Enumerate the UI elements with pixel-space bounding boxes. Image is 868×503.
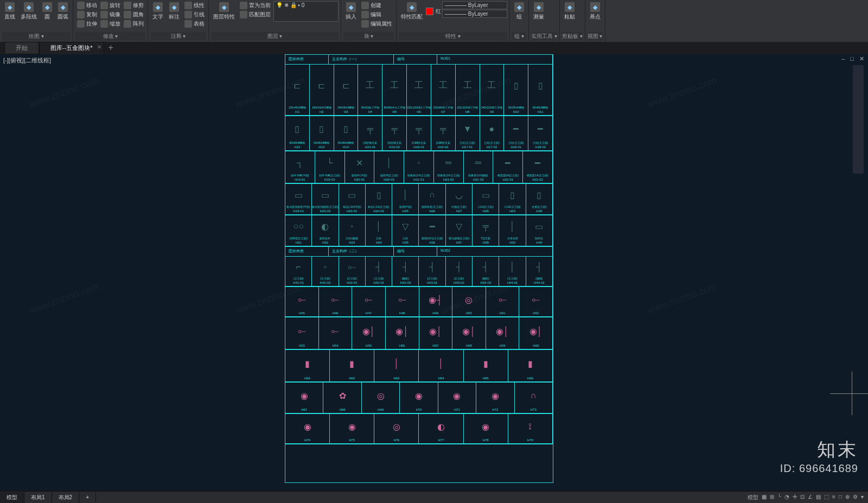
tool-拉伸[interactable]: 拉伸: [75, 20, 99, 28]
tool-图层特性[interactable]: ◆图层特性: [211, 1, 237, 22]
color-swatch[interactable]: [426, 8, 433, 15]
tool-测量[interactable]: ◆测量: [531, 1, 546, 22]
status-toggle[interactable]: ▤: [816, 494, 821, 501]
panel-label[interactable]: 块 ▾: [343, 32, 394, 41]
add-layout-button[interactable]: +: [79, 493, 96, 502]
block-cell-H54: ⟜H54: [319, 317, 353, 349]
block-symbol: ┤: [397, 258, 414, 276]
tool-基点[interactable]: ◆基点: [588, 1, 603, 22]
tool-缩放[interactable]: 缩放: [99, 20, 122, 28]
tool-镜像[interactable]: 镜像: [99, 10, 122, 19]
block-code: H1: [295, 110, 299, 113]
status-toggle[interactable]: ⊡: [800, 494, 805, 501]
status-toggle[interactable]: ⚙: [853, 494, 858, 501]
maximize-icon[interactable]: □: [848, 55, 856, 62]
panel-label[interactable]: 图层 ▾: [211, 32, 339, 41]
tool-编辑属性[interactable]: 编辑属性: [360, 20, 394, 28]
block-symbol: ◡: [450, 186, 467, 204]
status-toggle[interactable]: ⬚: [824, 494, 829, 501]
minimize-icon[interactable]: –: [840, 55, 846, 62]
tool-创建[interactable]: 创建: [360, 1, 383, 10]
tool-旋转[interactable]: 旋转: [99, 1, 122, 10]
block-code: H21-02: [443, 178, 454, 181]
镜像-icon: [100, 11, 108, 18]
tool-插入[interactable]: ◆插入: [343, 1, 359, 28]
block-desc: 扣件卡槽(正立面): [319, 174, 340, 177]
tool-多段线[interactable]: ◆多段线: [18, 1, 39, 22]
block-code: H69: [378, 408, 384, 411]
panel-label[interactable]: 视图 ▾: [588, 32, 603, 41]
tool-直线[interactable]: ◆直线: [2, 1, 17, 22]
tool-圆弧[interactable]: ◆圆弧: [55, 1, 71, 22]
tool-修剪[interactable]: 修剪: [122, 1, 145, 10]
block-desc: 立柱: [376, 237, 381, 240]
block-symbol: ◉│: [525, 319, 547, 343]
layer-combo[interactable]: 💡 ❄ 🔒 ▪ 0: [273, 1, 339, 22]
block-cell-H29: ▯口1A(正立面)H29: [499, 184, 526, 215]
status-toggle[interactable]: ⊞: [770, 494, 774, 501]
block-desc: 100x40x3槽钢: [289, 106, 306, 109]
status-toggle[interactable]: ⊕: [845, 494, 850, 501]
add-tab-button[interactable]: +: [104, 41, 118, 54]
tool-文字[interactable]: ◆文字: [150, 1, 165, 28]
tool-移动[interactable]: 移动: [75, 1, 99, 10]
tool-编辑[interactable]: 编辑: [360, 10, 383, 19]
status-toggle[interactable]: ▦: [762, 494, 767, 501]
status-toggle[interactable]: └: [777, 494, 781, 501]
tool-特性匹配[interactable]: ◆特性匹配: [399, 1, 425, 22]
粘贴-icon: ◆: [565, 2, 575, 12]
panel-label[interactable]: 实用工具 ▾: [531, 32, 557, 41]
block-symbol: ⟜: [291, 289, 313, 310]
panel-label[interactable]: 修改 ▾: [75, 32, 145, 41]
doc-tab[interactable]: 开始: [4, 42, 39, 54]
doc-tab[interactable]: 图库--五金图块*✕: [39, 42, 104, 54]
property-combo[interactable]: ———— ByLayer: [442, 1, 507, 9]
tool-匹配图层[interactable]: 匹配图层: [238, 10, 272, 19]
block-desc: 横梁梁1A(正立面): [527, 174, 548, 177]
block-symbol: 工: [387, 66, 402, 105]
tool-线性[interactable]: 线性: [183, 1, 206, 10]
block-code: H42-03: [400, 281, 411, 284]
tool-圆角[interactable]: 圆角: [122, 10, 145, 19]
panel-label[interactable]: 剪贴板 ▾: [562, 32, 583, 41]
block-desc: 铰链管座(正立面): [422, 205, 442, 208]
status-toggle[interactable]: ∠: [808, 494, 813, 501]
block-cell-H48: ⟜H48: [386, 287, 419, 317]
layout-tab[interactable]: 模型: [0, 492, 24, 503]
tool-组[interactable]: ◆组: [512, 1, 526, 22]
status-toggle[interactable]: □: [839, 494, 842, 501]
status-toggle[interactable]: ≡: [832, 494, 835, 501]
tool-粘贴[interactable]: ◆粘贴: [562, 1, 577, 22]
tool-引线[interactable]: 引线: [183, 10, 206, 19]
block-symbol: ⟜: [492, 289, 513, 310]
panel-label[interactable]: 组 ▾: [512, 32, 526, 41]
close-icon[interactable]: ✕: [858, 55, 866, 62]
status-toggle[interactable]: ◔: [784, 494, 789, 501]
tool-阵列[interactable]: 阵列: [122, 20, 145, 28]
status-toggle[interactable]: 模型: [748, 494, 758, 501]
status-toggle[interactable]: ✛: [793, 494, 797, 501]
tool-表格[interactable]: 表格: [183, 20, 206, 28]
tool-圆[interactable]: ◆圆: [40, 1, 54, 22]
panel-label[interactable]: 绘图 ▾: [2, 32, 71, 41]
viewport-label[interactable]: [-][俯视][二维线框]: [3, 56, 51, 65]
property-combo[interactable]: ———— ByLayer: [442, 10, 507, 18]
block-symbol: ✕: [350, 153, 369, 173]
block-cell-H28: ▭口1A(正立面)H28: [473, 184, 499, 215]
layout-tab[interactable]: 布局1: [24, 492, 52, 503]
block-cell-H68: ✿H68: [323, 383, 361, 413]
block-code: H45: [299, 311, 305, 315]
block-code: H20-02: [384, 178, 394, 181]
block-code: H2: [320, 110, 324, 113]
tool-置为当前[interactable]: 置为当前: [238, 1, 272, 10]
navigation-bar[interactable]: [853, 65, 864, 174]
status-toggle[interactable]: ▾: [861, 494, 864, 501]
tab-close-icon[interactable]: ✕: [97, 44, 101, 50]
panel-label[interactable]: 特性 ▾: [399, 32, 507, 41]
tool-复制[interactable]: 复制: [75, 10, 99, 19]
block-desc: 立柱(正立面): [484, 141, 499, 144]
panel-label[interactable]: 注释 ▾: [150, 32, 206, 41]
drawing-viewport[interactable]: [-][俯视][二维线框] – □ ✕ www.znzmo.comwww.znz…: [0, 54, 868, 491]
tool-标注[interactable]: ◆标注: [167, 1, 182, 28]
layout-tab[interactable]: 布局2: [52, 492, 80, 503]
